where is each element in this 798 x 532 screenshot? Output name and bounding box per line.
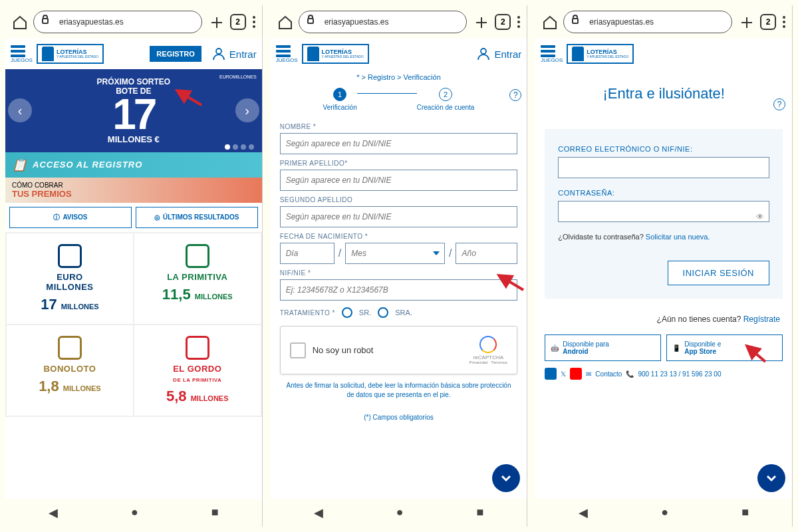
url-box[interactable]: eriasyapuestas.es: [299, 11, 467, 33]
menu-dots-icon[interactable]: [517, 16, 520, 28]
fab-down[interactable]: [492, 464, 520, 492]
x-icon[interactable]: 𝕏: [561, 370, 566, 378]
banner-premios[interactable]: CÓMO COBRAR TUS PREMIOS: [5, 178, 262, 203]
back-button[interactable]: ◀: [49, 505, 58, 520]
recent-button[interactable]: ■: [476, 505, 483, 520]
menu-dots-icon[interactable]: [253, 16, 255, 28]
logo[interactable]: LOTERÍASY APUESTAS DEL ESTADO: [37, 44, 104, 64]
resultados-button[interactable]: ◎ ÚLTIMOS RESULTADOS: [136, 207, 258, 228]
lock-icon: [41, 15, 55, 29]
home-button[interactable]: ●: [661, 505, 668, 520]
youtube-icon[interactable]: [570, 368, 582, 380]
plus-icon[interactable]: [739, 15, 753, 29]
fab-down[interactable]: [757, 464, 785, 492]
hero-dots[interactable]: [225, 144, 254, 150]
user-icon: [211, 46, 227, 62]
home-icon[interactable]: [277, 15, 292, 29]
app-header: JUEGOS LOTERÍASY APUESTAS DEL ESTADO Ent…: [271, 39, 527, 69]
game-euromillones[interactable]: EUROMILLONES 17 MILLONES: [7, 233, 133, 324]
nombre-field[interactable]: [280, 133, 518, 154]
url-box[interactable]: eriasyapuestas.es: [563, 11, 732, 33]
password-field[interactable]: [558, 201, 769, 222]
tab-count[interactable]: 2: [495, 14, 511, 30]
elgordo-icon: [186, 336, 209, 360]
form-registro: NOMBRE * PRIMER APELLIDO* SEGUNDO APELLI…: [271, 123, 527, 374]
phone-screen-3: eriasyapuestas.es 2 JUEGOS LOTERÍASY APU…: [535, 5, 793, 527]
menu-container[interactable]: JUEGOS: [541, 45, 563, 63]
form-footer-1: Antes de firmar la solicitud, debe leer …: [271, 374, 527, 406]
hero-prev[interactable]: ‹: [8, 98, 32, 122]
recaptcha[interactable]: No soy un robot reCAPTCHA Privacidad · T…: [280, 326, 518, 374]
radio-sr[interactable]: [342, 307, 352, 318]
menu-container[interactable]: JUEGOS: [276, 45, 298, 63]
game-elgordo[interactable]: EL GORDODE LA PRIMITIVA 5,8 MILLONES: [134, 325, 261, 416]
primer-apellido-field[interactable]: [280, 170, 518, 191]
game-bonoloto[interactable]: BONOLOTO 1,8 MILLONES: [7, 325, 133, 416]
content-3: JUEGOS LOTERÍASY APUESTAS DEL ESTADO ? ¡…: [535, 39, 792, 499]
facebook-icon[interactable]: [545, 368, 557, 380]
step-2: 2 Creación de cuenta: [417, 88, 475, 111]
home-button[interactable]: ●: [131, 505, 138, 520]
back-button[interactable]: ◀: [579, 505, 588, 520]
plus-icon[interactable]: [473, 15, 488, 29]
logo-hand-icon: [572, 47, 584, 61]
eye-icon[interactable]: 👁: [756, 212, 764, 221]
menu-dots-icon[interactable]: [783, 16, 785, 28]
entrar-link[interactable]: Entrar: [475, 46, 521, 62]
android-nav: ◀ ● ■: [271, 499, 527, 527]
plus-icon[interactable]: [209, 15, 223, 29]
svg-point-4: [481, 49, 486, 54]
recent-button[interactable]: ■: [741, 505, 749, 520]
radio-sra[interactable]: [378, 307, 388, 318]
help-icon[interactable]: ?: [773, 98, 785, 110]
banner-registro[interactable]: 📋ACCESO AL REGISTRO: [5, 152, 262, 178]
url-box[interactable]: eriasyapuestas.es: [33, 11, 202, 33]
logo[interactable]: LOTERÍASY APUESTAS DEL ESTADO: [302, 44, 369, 64]
dia-field[interactable]: [280, 243, 334, 264]
forgot-link[interactable]: Solicitar una nueva.: [646, 233, 710, 241]
svg-line-7: [747, 346, 765, 362]
hamburger-icon: [541, 45, 563, 57]
lock-icon: [306, 15, 321, 29]
registrate-link[interactable]: Regístrate: [743, 315, 780, 324]
android-button[interactable]: 🤖 Disponible paraAndroid: [545, 334, 661, 361]
logo[interactable]: LOTERÍASY APUESTAS DEL ESTADO: [567, 44, 634, 64]
login-button[interactable]: INICIAR SESIÓN: [668, 261, 769, 285]
home-icon[interactable]: [542, 15, 557, 29]
svg-rect-6: [573, 19, 578, 23]
captcha-checkbox[interactable]: [290, 342, 306, 358]
back-button[interactable]: ◀: [314, 505, 323, 520]
games-grid: EUROMILLONES 17 MILLONES LA PRIMITIVA 11…: [5, 232, 262, 417]
tab-count[interactable]: 2: [760, 14, 776, 30]
phone-screen-2: eriasyapuestas.es 2 JUEGOS LOTERÍASY APU…: [271, 5, 528, 527]
help-icon[interactable]: ?: [509, 89, 521, 101]
annotation-arrow: [493, 271, 527, 291]
forgot-password: ¿Olvidaste tu contraseña? Solicitar una …: [558, 233, 769, 241]
menu-container[interactable]: JUEGOS: [11, 45, 33, 63]
bonoloto-icon: [58, 336, 82, 360]
ano-field[interactable]: [456, 243, 517, 264]
svg-point-1: [216, 49, 221, 54]
mes-field[interactable]: [345, 243, 445, 264]
phone-screen-1: eriasyapuestas.es 2 JUEGOS LOTERÍASY APU…: [5, 5, 263, 527]
login-title: ¡Entra e ilusiónate!: [535, 69, 792, 129]
home-icon[interactable]: [12, 15, 27, 29]
hero-next[interactable]: ›: [235, 98, 259, 122]
home-button[interactable]: ●: [396, 505, 404, 520]
segundo-apellido-field[interactable]: [280, 206, 518, 227]
recent-button[interactable]: ■: [211, 505, 219, 520]
registro-button[interactable]: REGISTRO: [150, 46, 201, 62]
hero-banner[interactable]: EUROMILLONES PRÓXIMO SORTEO BOTE DE 17 M…: [5, 69, 262, 152]
logo-hand-icon: [307, 47, 319, 61]
game-primitiva[interactable]: LA PRIMITIVA 11,5 MILLONES: [134, 233, 261, 324]
mail-icon[interactable]: ✉: [586, 370, 591, 378]
lock-icon: [571, 15, 585, 29]
tab-count[interactable]: 2: [230, 14, 246, 30]
avisos-button[interactable]: ⓘ AVISOS: [9, 207, 132, 228]
email-field[interactable]: [558, 157, 769, 178]
nif-field[interactable]: [280, 279, 518, 301]
entrar-link[interactable]: Entrar: [211, 46, 257, 62]
euromillones-icon: [58, 244, 82, 268]
annotation-arrow: [172, 86, 205, 106]
nombre-label: NOMBRE *: [280, 123, 518, 130]
